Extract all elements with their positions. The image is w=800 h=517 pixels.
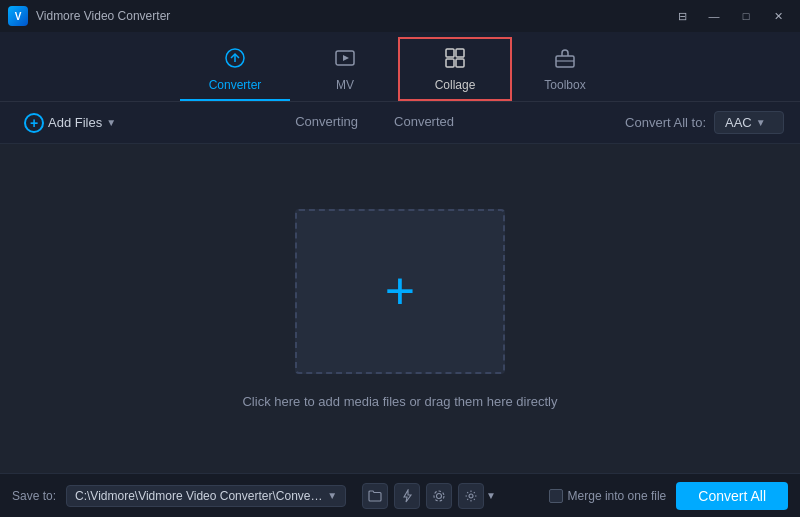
- footer: Save to: C:\Vidmore\Vidmore Video Conver…: [0, 473, 800, 517]
- toolbox-icon: [554, 47, 576, 74]
- add-files-dropdown-arrow: ▼: [106, 117, 116, 128]
- plus-icon: +: [385, 265, 415, 317]
- app-title: Vidmore Video Converter: [36, 9, 170, 23]
- collage-icon: [444, 47, 466, 74]
- convert-all-to-label: Convert All to:: [625, 115, 706, 130]
- drop-hint: Click here to add media files or drag th…: [242, 394, 557, 409]
- converter-icon: [224, 47, 246, 74]
- save-path-text: C:\Vidmore\Vidmore Video Converter\Conve…: [75, 489, 323, 503]
- svg-point-9: [434, 491, 444, 501]
- flash-icon-btn[interactable]: [394, 483, 420, 509]
- tab-converter[interactable]: Converter: [180, 39, 290, 101]
- drop-zone[interactable]: +: [295, 209, 505, 374]
- title-bar-left: V Vidmore Video Converter: [8, 6, 170, 26]
- tab-mv-label: MV: [336, 78, 354, 92]
- format-value: AAC: [725, 115, 752, 130]
- add-files-label: Add Files: [48, 115, 102, 130]
- save-path-dropdown-arrow: ▼: [327, 490, 337, 501]
- converted-tab[interactable]: Converted: [386, 110, 462, 135]
- title-bar: V Vidmore Video Converter ⊟ — □ ✕: [0, 0, 800, 32]
- title-bar-controls: ⊟ — □ ✕: [668, 6, 792, 26]
- tab-collage[interactable]: Collage: [400, 39, 510, 101]
- folder-icon-btn[interactable]: [362, 483, 388, 509]
- save-path-container[interactable]: C:\Vidmore\Vidmore Video Converter\Conve…: [66, 485, 346, 507]
- save-to-label: Save to:: [12, 489, 56, 503]
- nav-tabs: Converter MV Collage: [0, 32, 800, 102]
- footer-icons: ▼: [362, 483, 496, 509]
- tab-toolbox-label: Toolbox: [544, 78, 585, 92]
- toolbar-center: Converting Converted: [124, 110, 625, 135]
- toolbar: + Add Files ▼ Converting Converted Conve…: [0, 102, 800, 144]
- gear-icon-btn[interactable]: [458, 483, 484, 509]
- merge-checkbox-box[interactable]: [549, 489, 563, 503]
- svg-point-10: [469, 494, 473, 498]
- settings2-icon-btn[interactable]: [426, 483, 452, 509]
- format-dropdown-arrow: ▼: [756, 117, 766, 128]
- svg-rect-3: [456, 49, 464, 57]
- tab-converter-label: Converter: [209, 78, 262, 92]
- footer-right: Merge into one file Convert All: [549, 482, 788, 510]
- svg-rect-5: [456, 59, 464, 67]
- maximize-btn[interactable]: □: [732, 6, 760, 26]
- app-icon: V: [8, 6, 28, 26]
- tab-mv[interactable]: MV: [290, 39, 400, 101]
- main-content: + Click here to add media files or drag …: [0, 144, 800, 473]
- tab-collage-label: Collage: [435, 78, 476, 92]
- svg-rect-2: [446, 49, 454, 57]
- convert-all-button[interactable]: Convert All: [676, 482, 788, 510]
- svg-rect-4: [446, 59, 454, 67]
- merge-checkbox[interactable]: Merge into one file: [549, 489, 667, 503]
- toolbar-right: Convert All to: AAC ▼: [625, 111, 784, 134]
- mv-icon: [334, 47, 356, 74]
- tab-toolbox[interactable]: Toolbox: [510, 39, 620, 101]
- subtitle-btn[interactable]: ⊟: [668, 6, 696, 26]
- converting-tab[interactable]: Converting: [287, 110, 366, 135]
- gear-dropdown-arrow: ▼: [486, 490, 496, 501]
- close-btn[interactable]: ✕: [764, 6, 792, 26]
- merge-label: Merge into one file: [568, 489, 667, 503]
- svg-point-8: [437, 493, 442, 498]
- add-files-button[interactable]: + Add Files ▼: [16, 109, 124, 137]
- add-icon: +: [24, 113, 44, 133]
- format-dropdown[interactable]: AAC ▼: [714, 111, 784, 134]
- minimize-btn[interactable]: —: [700, 6, 728, 26]
